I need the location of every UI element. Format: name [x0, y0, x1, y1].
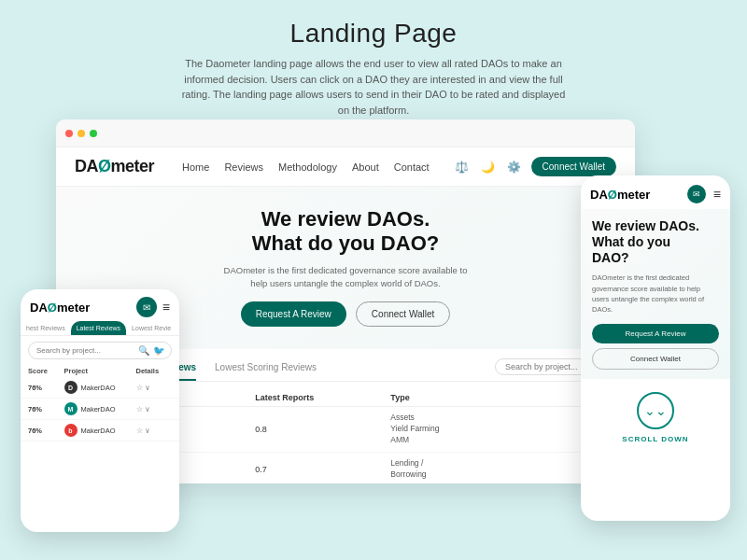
mobile-right-logo: DAØmeter: [590, 188, 684, 202]
twitter-filter-icon: 🐦: [153, 345, 164, 356]
mobile-right-hero: We review DAOs. What do you DAO? DAOmete…: [581, 209, 730, 379]
page-header: Landing Page The Daometer landing page a…: [0, 0, 747, 129]
row-star-2[interactable]: ☆ ∨: [136, 405, 173, 413]
settings-icon: ⚙️: [505, 158, 524, 176]
nav-about[interactable]: About: [352, 161, 379, 173]
nav-home[interactable]: Home: [182, 161, 209, 173]
scroll-down-circle[interactable]: ⌄⌄: [637, 392, 674, 429]
mobile-left-tabs: hest Reviews Latest Reviews Lowest Revie: [21, 321, 179, 336]
mobile-search-bar[interactable]: 🔍 🐦: [28, 342, 172, 359]
row-icon-1: D: [64, 381, 78, 394]
page-title: Landing Page: [0, 19, 747, 49]
hero-subtitle: DAOmeter is the first dedicated governan…: [215, 264, 476, 291]
tab-latest[interactable]: Latest Reviews: [71, 321, 126, 335]
tab-lowest[interactable]: Lowest Revie: [126, 321, 176, 335]
mobile-right-subtitle: DAOmeter is the first dedicated governan…: [592, 273, 719, 315]
mobile-left-email-icon[interactable]: ✉: [136, 297, 157, 317]
mobile-table-row: 76% b MakerDAO ☆ ∨: [21, 420, 179, 441]
moon-icon: 🌙: [479, 158, 498, 176]
mobile-right-mockup: DAØmeter ✉ ≡ We review DAOs. What do you…: [581, 175, 730, 521]
connect-wallet-hero-button[interactable]: Connect Wallet: [356, 301, 450, 327]
row-star-3[interactable]: ☆ ∨: [136, 427, 173, 435]
site-logo: DAØmeter: [75, 157, 154, 176]
mobile-left-logo: DAØmeter: [30, 301, 131, 315]
scroll-down-label: SCROLL DOWN: [581, 435, 730, 443]
mobile-right-menu-icon[interactable]: ≡: [713, 187, 721, 202]
mobile-search-input[interactable]: [36, 346, 134, 355]
mobile-right-navbar: DAØmeter ✉ ≡: [581, 175, 730, 209]
search-icon: 🔍: [138, 345, 149, 356]
mobile-right-title: We review DAOs. What do you DAO?: [592, 218, 719, 265]
tab-lowest-scoring[interactable]: Lowest Scoring Reviews: [215, 358, 317, 381]
nav-methodology[interactable]: Methodology: [278, 161, 337, 173]
hero-title: We review DAOs. What do you DAO?: [75, 207, 616, 257]
request-review-button[interactable]: Request A Review: [241, 301, 346, 327]
scale-icon: ⚖️: [453, 158, 472, 176]
tab-highest[interactable]: hest Reviews: [21, 321, 71, 335]
row-star-1[interactable]: ☆ ∨: [136, 384, 173, 392]
nav-reviews[interactable]: Reviews: [224, 161, 263, 173]
browser-dot-minimize: [78, 130, 85, 137]
mobile-left-navbar: DAØmeter ✉ ≡: [21, 289, 179, 321]
scroll-down-area: ⌄⌄ SCROLL DOWN: [581, 379, 730, 451]
nav-contact[interactable]: Contact: [394, 161, 430, 173]
nav-links: Home Reviews Methodology About Contact: [182, 161, 430, 173]
row-icon-3: b: [64, 424, 78, 437]
type-cell: AssetsYield FarmingAMM: [390, 413, 571, 446]
type-cell: Lending /Borrowing: [390, 458, 571, 481]
browser-dot-close: [65, 130, 73, 137]
browser-chrome: [56, 119, 635, 147]
mobile-left-menu-icon[interactable]: ≡: [162, 300, 170, 315]
nav-actions: ⚖️ 🌙 ⚙️ Connect Wallet: [453, 157, 616, 176]
mobile-left-mockup: DAØmeter ✉ ≡ hest Reviews Latest Reviews…: [21, 289, 179, 532]
mobile-right-connect-btn[interactable]: Connect Wallet: [592, 348, 719, 370]
mobile-table-row: 76% D MakerDAO ☆ ∨: [21, 377, 179, 399]
site-navbar: DAØmeter Home Reviews Methodology About …: [56, 147, 635, 187]
mobile-right-request-btn[interactable]: Request A Review: [592, 324, 719, 343]
page-subtitle: The Daometer landing page allows the end…: [177, 56, 570, 118]
mobile-table-header: Score Project Details: [21, 365, 179, 377]
mobile-table-row: 76% M MakerDAO ☆ ∨: [21, 399, 179, 420]
connect-wallet-button[interactable]: Connect Wallet: [531, 157, 616, 176]
chevron-down-icon: ⌄⌄: [644, 404, 667, 417]
browser-dot-fullscreen: [90, 130, 97, 137]
mobile-right-email-icon[interactable]: ✉: [687, 185, 706, 203]
row-icon-2: M: [64, 402, 78, 415]
